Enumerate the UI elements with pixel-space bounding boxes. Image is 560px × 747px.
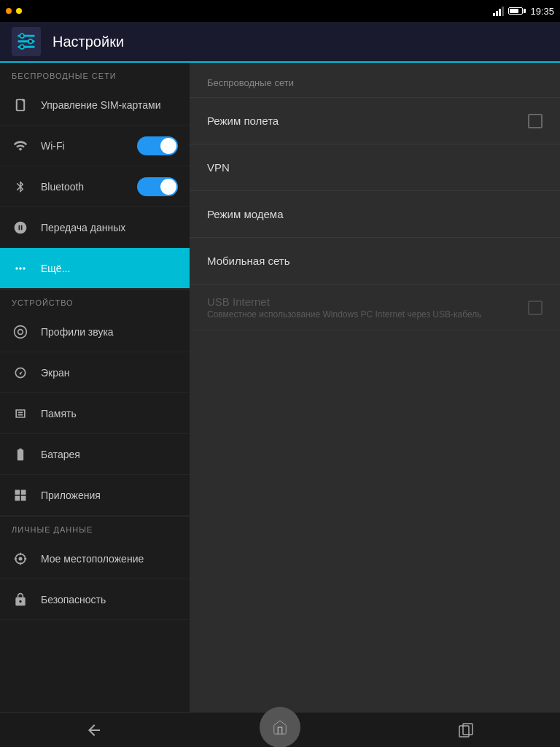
settings-header-icon: [12, 27, 41, 56]
sidebar-item-data[interactable]: Передача данных: [0, 207, 190, 248]
wifi-icon: [12, 137, 29, 155]
wifi-label: Wi-Fi: [41, 140, 125, 152]
sidebar: БЕСПРОВОДНЫЕ СЕТИ Управление SIM-картами…: [0, 63, 190, 712]
recents-button[interactable]: [444, 716, 488, 745]
display-label: Экран: [41, 367, 178, 379]
status-time: 19:35: [530, 6, 554, 17]
sidebar-item-apps[interactable]: Приложения: [0, 475, 190, 516]
svg-point-4: [28, 39, 33, 44]
sidebar-item-location[interactable]: Мое местоположение: [0, 538, 190, 579]
sidebar-item-sound[interactable]: Профили звука: [0, 311, 190, 352]
section-header-device: УСТРОЙСТВО: [0, 289, 190, 311]
content-section-title: Беспроводные сети: [190, 63, 560, 98]
back-button[interactable]: [72, 716, 116, 745]
content-item-usb-internet: USB Internet Совместное использование Wi…: [190, 285, 560, 331]
usb-internet-text: USB Internet Совместное использование Wi…: [207, 295, 528, 320]
vpn-text: VPN: [207, 161, 542, 174]
battery-label: Батарея: [41, 449, 178, 460]
sim-label: Управление SIM-картами: [41, 99, 178, 111]
svg-point-3: [20, 34, 24, 38]
bluetooth-toggle[interactable]: [137, 177, 178, 196]
battery-icon: [508, 7, 526, 15]
notification-dot-yellow: [16, 8, 22, 14]
content-item-mobile-net[interactable]: Мобильная сеть: [190, 238, 560, 285]
more-icon: [12, 260, 29, 277]
usb-internet-title: USB Internet: [207, 295, 528, 308]
bottom-nav: [0, 712, 560, 747]
section-header-wireless: БЕСПРОВОДНЫЕ СЕТИ: [0, 63, 190, 85]
header-title: Настройки: [52, 34, 124, 50]
sound-icon: [12, 323, 29, 341]
sidebar-item-wifi[interactable]: Wi-Fi: [0, 125, 190, 166]
memory-icon: [12, 405, 29, 422]
content-panel: Беспроводные сети Режим полета VPN Режим…: [190, 63, 560, 712]
usb-internet-subtitle: Совместное использование Windows PC Inte…: [207, 309, 528, 320]
content-item-airplane[interactable]: Режим полета: [190, 98, 560, 144]
airplane-checkbox[interactable]: [528, 114, 542, 128]
sidebar-item-more[interactable]: Ещё...: [0, 248, 190, 289]
content-item-tethering[interactable]: Режим модема: [190, 191, 560, 238]
tethering-text: Режим модема: [207, 208, 542, 220]
notification-dot-orange: [6, 8, 12, 14]
sidebar-item-sim[interactable]: Управление SIM-картами: [0, 85, 190, 125]
battery-sidebar-icon: [12, 446, 29, 463]
sidebar-item-display[interactable]: Экран: [0, 352, 190, 393]
apps-label: Приложения: [41, 489, 178, 501]
location-label: Мое местоположение: [41, 553, 178, 565]
signal-icon: [493, 7, 504, 16]
sidebar-item-security[interactable]: Безопасность: [0, 579, 190, 620]
section-header-personal: ЛИЧНЫЕ ДАННЫЕ: [0, 516, 190, 538]
home-button[interactable]: [260, 707, 300, 748]
location-icon: [12, 550, 29, 568]
mobile-net-title: Мобильная сеть: [207, 255, 542, 267]
status-right: 19:35: [493, 6, 554, 17]
content-item-vpn[interactable]: VPN: [190, 144, 560, 191]
display-icon: [12, 364, 29, 382]
security-label: Безопасность: [41, 594, 178, 605]
airplane-text: Режим полета: [207, 115, 528, 127]
tethering-title: Режим модема: [207, 208, 542, 220]
data-icon: [12, 219, 29, 236]
sidebar-item-battery[interactable]: Батарея: [0, 434, 190, 475]
airplane-title: Режим полета: [207, 115, 528, 127]
bluetooth-icon: [12, 178, 29, 196]
sim-icon: [12, 96, 29, 114]
security-icon: [12, 591, 29, 608]
sidebar-item-bluetooth[interactable]: Bluetooth: [0, 166, 190, 207]
sidebar-item-memory[interactable]: Память: [0, 393, 190, 434]
vpn-title: VPN: [207, 161, 542, 174]
data-label: Передача данных: [41, 222, 178, 233]
status-bar: 19:35: [0, 0, 560, 22]
usb-internet-checkbox: [528, 301, 542, 315]
more-label: Ещё...: [41, 263, 178, 274]
bluetooth-label: Bluetooth: [41, 181, 125, 193]
mobile-net-text: Мобильная сеть: [207, 255, 542, 267]
wifi-toggle[interactable]: [137, 136, 178, 155]
memory-label: Память: [41, 408, 178, 419]
svg-point-7: [19, 557, 23, 560]
status-notifications: [6, 8, 22, 14]
svg-point-5: [20, 44, 24, 49]
header: Настройки: [0, 22, 560, 63]
sound-label: Профили звука: [41, 326, 178, 338]
main-layout: БЕСПРОВОДНЫЕ СЕТИ Управление SIM-картами…: [0, 63, 560, 712]
apps-icon: [12, 487, 29, 504]
